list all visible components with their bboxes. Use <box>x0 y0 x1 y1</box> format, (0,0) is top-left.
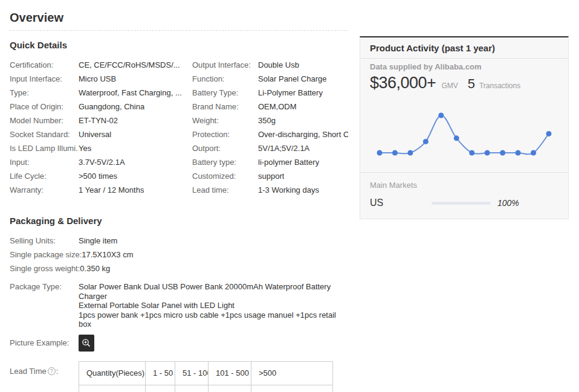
packaging-heading: Packaging & Delivery <box>10 216 348 226</box>
packaging-row: Selling Units: Single item <box>10 234 348 248</box>
detail-value: CE, CE/FCC/RoHS/MSDS/... <box>79 58 180 72</box>
detail-label: Model Number: <box>10 114 79 127</box>
table-cell: 101 - 500 <box>209 361 251 385</box>
detail-value: Over-discharging, Short Cir... <box>258 127 348 141</box>
chart-data-point <box>454 135 459 141</box>
detail-label: Battery type: <box>192 155 258 169</box>
transactions-label: Transactions <box>479 82 520 90</box>
chart-data-point <box>546 131 552 137</box>
detail-value: Solar Panel Charge <box>258 72 326 86</box>
overview-page: Overview Quick Details Certification: CE… <box>0 11 579 392</box>
table-cell: 51 - 100 <box>175 361 209 385</box>
table-cell: To be negotiated <box>251 385 333 392</box>
detail-row: Weight: 350g <box>192 114 348 127</box>
help-icon[interactable]: ? <box>48 367 56 375</box>
detail-label: Function: <box>192 72 258 86</box>
detail-row: Warranty: 1 Year / 12 Months <box>10 183 192 197</box>
lead-time-colon: : <box>56 364 59 378</box>
packaging-label: Selling Units: <box>10 234 79 248</box>
zoom-in-icon <box>82 338 91 348</box>
market-name: US <box>370 198 430 208</box>
table-cell: Est. Time(days) <box>79 385 146 392</box>
quick-details-heading: Quick Details <box>10 40 348 50</box>
detail-row: Protection: Over-discharging, Short Cir.… <box>192 127 348 141</box>
detail-row: Input Interface: Micro USB <box>10 72 192 86</box>
detail-label: Is LED Lamp Illumi... <box>10 141 79 155</box>
detail-row: Life Cycle: >500 times <box>10 169 192 183</box>
detail-value: li-polymer Battery <box>258 155 319 169</box>
market-share-bar <box>432 202 491 205</box>
detail-label: Place of Origin: <box>10 100 79 114</box>
detail-value: >500 times <box>79 169 117 183</box>
product-activity-panel: Product Activity (past 1 year) Data supp… <box>360 36 569 219</box>
table-row-quantity: Quantity(Pieces) 1 - 50 51 - 100 101 - 5… <box>79 361 333 385</box>
detail-row: Customized: support <box>192 169 348 183</box>
table-cell: Quantity(Pieces) <box>79 361 146 385</box>
packaging-row: Single gross weight: 0.350 kg <box>10 262 348 275</box>
detail-row: Socket Standard: Universal <box>10 127 192 141</box>
packaging-section: Packaging & Delivery Selling Units: Sing… <box>10 216 348 392</box>
detail-row: Output Interface: Double Usb <box>192 58 348 72</box>
activity-stats: $36,000+ GMV 5 Transactions <box>370 74 558 92</box>
detail-row: Lead time: 1-3 Working days <box>192 183 348 197</box>
market-percent: 100% <box>497 198 519 208</box>
detail-value: Waterproof, Fast Charging, ... <box>79 86 182 100</box>
activity-chart-wrap <box>370 101 558 169</box>
picture-example-row: Picture Example: <box>10 335 348 352</box>
detail-row: Place of Origin: Guangdong, China <box>10 100 192 114</box>
detail-row: Model Number: ET-TYN-02 <box>10 114 192 127</box>
details-column: Quick Details Certification: CE, CE/FCC/… <box>10 30 348 392</box>
detail-label: Warranty: <box>10 183 79 197</box>
detail-value: 5V/1A;5V/2.1A <box>258 141 309 155</box>
package-type-row: Package Type: Solar Power Bank Dual USB … <box>10 280 348 329</box>
packaging-value: Single item <box>79 234 117 248</box>
packaging-value: 17.5X10X3 cm <box>82 248 133 262</box>
chart-data-point <box>392 150 398 156</box>
quick-details-col1: Certification: CE, CE/FCC/RoHS/MSDS/... … <box>10 58 192 197</box>
detail-row: Function: Solar Panel Charge <box>192 72 348 86</box>
detail-value: Universal <box>79 127 111 141</box>
package-type-line: External Portable Solar Panel with LED L… <box>79 301 348 310</box>
detail-label: Customized: <box>192 169 258 183</box>
table-cell: >500 <box>251 361 333 385</box>
packaging-label: Single gross weight: <box>10 262 80 275</box>
markets-list: US 100% <box>370 190 558 219</box>
product-activity-body: Data supplied by Alibaba.com $36,000+ GM… <box>360 59 568 219</box>
chart-data-point <box>438 113 444 118</box>
detail-label: Brand Name: <box>192 100 258 114</box>
lead-time-row: Lead Time ? : Quantity(Pieces) 1 - 50 51… <box>10 361 348 392</box>
packaging-rows: Selling Units: Single item Single packag… <box>10 234 348 275</box>
detail-label: Battery Type: <box>192 86 258 100</box>
detail-value: ET-TYN-02 <box>79 114 118 127</box>
table-cell: 6 <box>175 385 209 392</box>
detail-row: Input: 3.7V-5V/2.1A <box>10 155 192 169</box>
detail-label: Output Interface: <box>192 58 258 72</box>
picture-example-label: Picture Example: <box>10 336 79 350</box>
activity-line-chart <box>370 101 558 166</box>
main-markets-label: Main Markets <box>370 173 558 190</box>
chart-data-point <box>469 150 474 156</box>
table-row-est-time: Est. Time(days) 4 6 8 To be negotiated <box>79 385 333 392</box>
detail-value: Li-Polymer Battery <box>258 86 323 100</box>
detail-value: Guangdong, China <box>79 100 144 114</box>
detail-label: Weight: <box>192 114 258 127</box>
detail-value: Yes <box>79 141 91 155</box>
detail-label: Lead time: <box>192 183 258 197</box>
detail-value: 1 Year / 12 Months <box>79 183 144 197</box>
detail-row: Type: Waterproof, Fast Charging, ... <box>10 86 192 100</box>
gmv-label: GMV <box>441 82 458 90</box>
picture-example-thumbnail[interactable] <box>79 335 94 352</box>
packaging-value: 0.350 kg <box>80 262 110 275</box>
title-divider <box>10 30 348 31</box>
chart-data-point <box>407 150 413 156</box>
gmv-value: $36,000+ <box>370 74 436 92</box>
detail-label: Input Interface: <box>10 72 79 86</box>
main-layout: Quick Details Certification: CE, CE/FCC/… <box>10 30 569 392</box>
detail-row: Battery type: li-polymer Battery <box>192 155 348 169</box>
detail-label: Input: <box>10 155 79 169</box>
quick-details-grid: Certification: CE, CE/FCC/RoHS/MSDS/... … <box>10 58 348 197</box>
page-title: Overview <box>10 11 569 25</box>
detail-value: Double Usb <box>258 58 299 72</box>
package-type-line: 1pcs power bank +1pcs micro usb cable +1… <box>79 310 348 329</box>
market-row: US 100% <box>370 190 558 219</box>
